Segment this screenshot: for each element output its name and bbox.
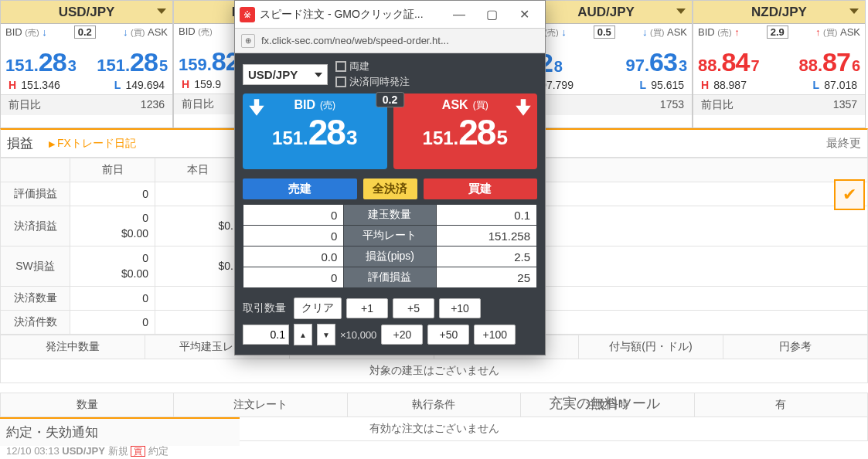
buy-positions-btn[interactable]: 買建 [424,178,538,199]
qty-input[interactable] [243,325,289,345]
ask-price: 97.633 [625,49,687,76]
spread-value: 0.2 [376,92,404,107]
bid-tile[interactable]: BID(売) 151. 28 3 [243,94,387,169]
url-text: fx.click-sec.com/neo/web/speed-order.ht.… [261,35,449,46]
last-update-label: 最終更 [826,136,861,151]
bid-price: 88.847 [698,49,760,76]
pl-title: 損益 [7,134,33,152]
chevron-down-icon [157,8,166,14]
col-header: 付与額(円・ドル) [579,335,723,359]
bid-price: 151.283 [5,49,77,76]
refresh-check[interactable]: ✔ [834,179,865,210]
settle-all-btn[interactable]: 全決済 [363,178,417,199]
window-title: スピード注文 - GMOクリック証... [260,8,443,22]
pair-tab[interactable]: AUD/JPY [520,1,692,24]
rate-card[interactable]: USD/JPY BID (売) ↓ 0.2 ↓ (買) ASK 151.283 … [0,0,173,128]
app-icon: ※ [240,7,255,22]
url-bar[interactable]: ⊕ fx.click-sec.com/neo/web/speed-order.h… [235,29,545,53]
position-summary: 0 建玉数量 0.1 0 平均レート 151.258 0.0 損益(pips) … [243,204,537,288]
spread: 2.9 [767,26,788,39]
qty-plus-20[interactable]: +20 [381,325,423,345]
col-header: 発注中数量 [1,335,145,359]
col-header: 注文レート [174,393,347,417]
qty-clear-btn[interactable]: クリア [294,298,342,319]
ask-price: 151.285 [97,49,168,76]
fx-diary-link[interactable]: FXトレード日記 [49,137,136,151]
qty-plus-1[interactable]: +1 [346,298,388,318]
sell-positions-btn[interactable]: 売建 [243,178,357,199]
site-settings-icon[interactable]: ⊕ [241,34,255,48]
ask-tile[interactable]: ASK(買) 151. 28 5 [393,94,538,169]
col-header: 円参考 [723,335,868,359]
minimize-button[interactable]: — [443,3,475,26]
ask-arrow-icon [512,97,534,118]
qty-step-down[interactable]: ▼ [317,324,335,345]
qty-step-up[interactable]: ▲ [294,324,312,345]
confirm-section-title: 約定・失効通知 [0,417,240,446]
ask-price: 88.876 [798,49,860,76]
titlebar[interactable]: ※ スピード注文 - GMOクリック証... — ▢ ✕ [235,1,545,29]
col-header: 数量 [1,393,174,417]
spread: 0.5 [594,26,615,39]
col-header: 有 [694,393,867,417]
qty-plus-100[interactable]: +100 [474,325,516,345]
promo-text: 充実の無料ツール [549,394,660,413]
chevron-down-icon [849,8,859,14]
qty-plus-5[interactable]: +5 [393,298,434,318]
hedge-checkbox[interactable]: 両建 [335,60,410,73]
rate-card[interactable]: NZD/JPY BID (売) ↑ 2.9 ↑ (買) ASK 88.847 8… [693,0,866,128]
settle-same-checkbox[interactable]: 決済同時発注 [335,75,410,89]
close-button[interactable]: ✕ [508,3,540,26]
pair-tab[interactable]: USD/JPY [1,1,172,24]
col-today: 本日 [155,158,240,182]
col-prev: 前日 [70,158,155,182]
bid-price: 159.82 [179,48,241,75]
positions-empty: 対象の建玉はございません [1,359,868,383]
qty-label: 取引数量 [243,301,286,315]
spread: 0.2 [74,26,96,39]
col-header: 執行条件 [347,393,520,417]
pair-tab[interactable]: NZD/JPY [693,1,865,24]
chevron-down-icon [676,8,686,14]
log-line: 12/10 03:13 USD/JPY 新規 買 約定 [6,444,168,458]
qty-plus-50[interactable]: +50 [427,325,469,345]
bid-arrow-icon [246,97,267,118]
qty-multiplier: ×10,000 [340,329,376,341]
speed-order-window: ※ スピード注文 - GMOクリック証... — ▢ ✕ ⊕ fx.click-… [234,0,546,355]
pair-select[interactable]: USD/JPY [243,64,328,85]
qty-plus-10[interactable]: +10 [439,298,481,318]
maximize-button[interactable]: ▢ [475,3,508,26]
